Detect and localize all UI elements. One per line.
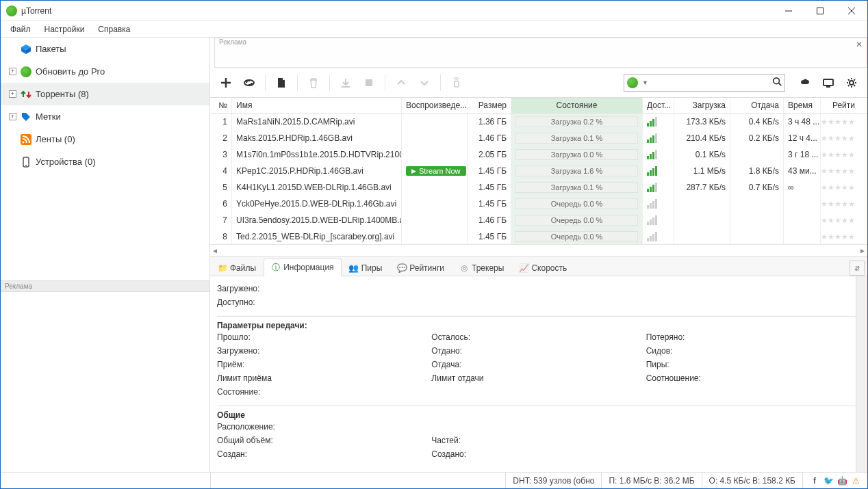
add-torrent-button[interactable] bbox=[216, 72, 236, 93]
tab-ratings[interactable]: 💬Рейтинги bbox=[390, 259, 452, 276]
search-engine-icon[interactable] bbox=[627, 77, 638, 88]
close-button[interactable] bbox=[836, 1, 867, 21]
delete-button[interactable] bbox=[303, 72, 324, 93]
status-download[interactable]: П: 1.6 МБ/с В: 36.2 МБ bbox=[601, 473, 701, 488]
col-size[interactable]: Размер bbox=[468, 98, 511, 113]
move-down-button[interactable] bbox=[414, 72, 435, 93]
table-row[interactable]: 5K4H1KyL1.2015D.WEB-DLRip.1.46GB.avi1.45… bbox=[210, 179, 867, 196]
share-button[interactable] bbox=[795, 72, 815, 93]
col-rating[interactable]: Рейти bbox=[821, 98, 859, 113]
ratings-icon: 💬 bbox=[397, 263, 407, 273]
table-row[interactable]: 7UI3ra.5endosy.2015.D.WEB-DLRip.1400MB.a… bbox=[210, 212, 867, 228]
detail-scrollbar[interactable] bbox=[856, 276, 867, 472]
add-url-button[interactable] bbox=[239, 72, 259, 93]
remote-access-button[interactable] bbox=[818, 72, 839, 93]
stop-button[interactable] bbox=[359, 72, 379, 93]
chevron-down-icon[interactable]: ▼ bbox=[642, 79, 648, 86]
ad-banner: Реклама ✕ bbox=[214, 38, 867, 68]
menu-help[interactable]: Справка bbox=[91, 22, 137, 37]
sidebar-label: Торренты (8) bbox=[36, 89, 89, 99]
col-availability[interactable]: Дост... bbox=[643, 98, 674, 113]
sidebar-label: Метки bbox=[36, 111, 61, 122]
warning-icon[interactable]: ⚠ bbox=[851, 476, 860, 486]
detail-panel: 📁Файлы ⓘИнформация 👥Пиры 💬Рейтинги ◎Трек… bbox=[210, 256, 867, 472]
sidebar-ad: Реклама bbox=[1, 281, 209, 472]
ad-banner-close-icon[interactable]: ✕ bbox=[856, 40, 863, 49]
app-title: µTorrent bbox=[21, 6, 51, 16]
android-icon[interactable]: 🤖 bbox=[837, 476, 847, 486]
twitter-icon[interactable]: 🐦 bbox=[824, 476, 833, 486]
col-download[interactable]: Загрузка bbox=[674, 98, 730, 113]
sidebar-packages[interactable]: Пакеты bbox=[1, 38, 209, 60]
svg-point-7 bbox=[25, 165, 27, 166]
info-available: Доступно: bbox=[217, 295, 860, 309]
table-header[interactable]: № Имя Воспроизведе... Размер Состояние Д… bbox=[210, 98, 867, 114]
table-row[interactable]: 2Maks.2015.P.HDRip.1.46GB.avi1.46 ГБЗагр… bbox=[210, 130, 867, 146]
torrent-table: № Имя Воспроизведе... Размер Состояние Д… bbox=[210, 98, 867, 256]
menu-settings[interactable]: Настройки bbox=[38, 22, 92, 37]
preferences-button[interactable] bbox=[841, 72, 862, 93]
detail-tabs: 📁Файлы ⓘИнформация 👥Пиры 💬Рейтинги ◎Трек… bbox=[210, 257, 867, 276]
remote-button[interactable] bbox=[446, 72, 467, 93]
tab-speed[interactable]: 📈Скорость bbox=[511, 259, 574, 276]
tab-info[interactable]: ⓘИнформация bbox=[264, 259, 341, 276]
table-row[interactable]: 3M1s7i0n.1mP0ss1b1e.2015.D.HDTVRip.2100.… bbox=[210, 146, 867, 163]
minimize-button[interactable] bbox=[773, 1, 804, 21]
svg-point-13 bbox=[850, 81, 854, 85]
col-time[interactable]: Время bbox=[784, 98, 821, 113]
menu-file[interactable]: Файл bbox=[3, 22, 38, 37]
col-number[interactable]: № bbox=[210, 98, 232, 113]
facebook-icon[interactable]: f bbox=[810, 476, 819, 486]
table-row[interactable]: 8Ted.2.2015_WEB-DLRip_[scarabey.org].avi… bbox=[210, 228, 867, 244]
col-status[interactable]: Состояние bbox=[511, 98, 643, 113]
horizontal-scrollbar[interactable]: ◄► bbox=[210, 244, 867, 256]
table-row[interactable]: 4KPep1C.2015.P.HDRip.1.46GB.aviStream No… bbox=[210, 163, 867, 179]
col-upload[interactable]: Отдача bbox=[730, 98, 784, 113]
svg-rect-9 bbox=[366, 79, 372, 86]
sidebar-feeds[interactable]: Ленты (0) bbox=[1, 128, 209, 150]
transfer-header: Параметры передачи: bbox=[217, 316, 860, 330]
general-header: Общие bbox=[217, 406, 860, 420]
table-row[interactable]: 1MaRs1aNiN.2015.D.CAMRip.avi1.36 ГБЗагру… bbox=[210, 114, 867, 130]
sidebar-label: Пакеты bbox=[36, 44, 66, 54]
status-upload[interactable]: О: 4.5 КБ/с В: 158.2 КБ bbox=[702, 473, 802, 488]
sidebar-labels[interactable]: + Метки bbox=[1, 105, 209, 128]
app-icon bbox=[6, 5, 17, 16]
sidebar-label: Ленты (0) bbox=[36, 134, 75, 144]
sidebar-label: Обновить до Pro bbox=[36, 66, 105, 77]
maximize-button[interactable] bbox=[804, 1, 836, 21]
speed-icon: 📈 bbox=[519, 263, 528, 273]
search-input[interactable] bbox=[652, 78, 768, 88]
utorrent-icon bbox=[21, 66, 31, 77]
tab-files[interactable]: 📁Файлы bbox=[210, 259, 264, 276]
status-dht[interactable]: DHT: 539 узлов (обно bbox=[505, 473, 601, 488]
create-torrent-button[interactable] bbox=[271, 72, 292, 93]
start-button[interactable] bbox=[335, 72, 356, 93]
toolbar: ▼ bbox=[210, 68, 867, 98]
tab-trackers[interactable]: ◎Трекеры bbox=[452, 259, 511, 276]
svg-rect-0 bbox=[817, 8, 824, 14]
sidebar-devices[interactable]: Устройства (0) bbox=[1, 150, 209, 173]
tabs-menu-button[interactable]: ⇵ bbox=[850, 261, 865, 276]
info-icon: ⓘ bbox=[271, 263, 281, 272]
search-icon[interactable] bbox=[772, 77, 782, 88]
svg-rect-10 bbox=[455, 81, 459, 87]
sidebar-upgrade[interactable]: + Обновить до Pro bbox=[1, 60, 209, 83]
tab-peers[interactable]: 👥Пиры bbox=[342, 259, 390, 276]
devices-icon bbox=[21, 157, 31, 168]
info-downloaded: Загружено: bbox=[217, 282, 860, 295]
info-body: Загружено: Доступно: Параметры передачи:… bbox=[210, 276, 867, 472]
sidebar-torrents[interactable]: + Торренты (8) bbox=[1, 83, 209, 105]
move-up-button[interactable] bbox=[391, 72, 411, 93]
col-play[interactable]: Воспроизведе... bbox=[402, 98, 468, 113]
sidebar: Пакеты + Обновить до Pro + Торренты (8) … bbox=[1, 38, 210, 472]
svg-rect-4 bbox=[21, 134, 31, 145]
rss-icon bbox=[21, 134, 31, 145]
torrents-icon bbox=[21, 89, 31, 100]
table-row[interactable]: 6Yck0PeHye.2015.D.WEB-DLRip.1.46Gb.avi1.… bbox=[210, 196, 867, 212]
stream-now-button[interactable]: Stream Now bbox=[406, 166, 466, 176]
search-box[interactable]: ▼ bbox=[624, 74, 785, 92]
menubar: Файл Настройки Справка bbox=[1, 21, 867, 38]
col-name[interactable]: Имя bbox=[232, 98, 402, 113]
svg-rect-12 bbox=[824, 79, 833, 85]
